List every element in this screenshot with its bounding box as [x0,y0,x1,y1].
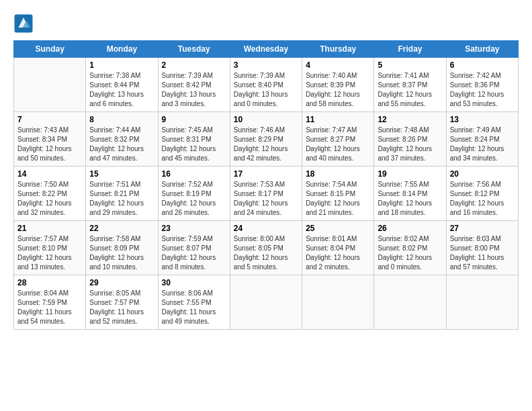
day-info: Sunrise: 7:52 AM Sunset: 8:19 PM Dayligh… [162,180,226,218]
day-info: Sunrise: 7:47 AM Sunset: 8:27 PM Dayligh… [306,126,370,163]
calendar-cell [446,275,518,330]
calendar-cell: 16Sunrise: 7:52 AM Sunset: 8:19 PM Dayli… [158,167,230,221]
day-number: 13 [450,115,515,124]
calendar-week-row: 14Sunrise: 7:50 AM Sunset: 8:22 PM Dayli… [14,167,519,221]
calendar-cell: 26Sunrise: 8:02 AM Sunset: 8:02 PM Dayli… [374,221,446,275]
calendar-cell: 20Sunrise: 7:56 AM Sunset: 8:12 PM Dayli… [446,167,518,221]
day-number: 16 [162,169,226,179]
day-number: 2 [162,60,226,70]
day-info: Sunrise: 7:56 AM Sunset: 8:12 PM Dayligh… [450,180,515,218]
day-info: Sunrise: 7:59 AM Sunset: 8:07 PM Dayligh… [162,234,226,272]
calendar-cell: 21Sunrise: 7:57 AM Sunset: 8:10 PM Dayli… [14,221,86,275]
day-info: Sunrise: 7:58 AM Sunset: 8:09 PM Dayligh… [89,234,154,272]
calendar-cell: 11Sunrise: 7:47 AM Sunset: 8:27 PM Dayli… [302,112,374,167]
day-number: 11 [306,115,370,124]
day-number: 10 [234,115,298,124]
day-info: Sunrise: 7:45 AM Sunset: 8:31 PM Dayligh… [162,126,226,163]
day-number: 28 [17,278,82,287]
day-info: Sunrise: 7:39 AM Sunset: 8:40 PM Dayligh… [234,71,298,109]
day-number: 18 [306,169,370,179]
calendar-cell [302,275,374,330]
col-header-tuesday: Tuesday [158,41,230,58]
day-info: Sunrise: 7:55 AM Sunset: 8:14 PM Dayligh… [378,180,442,218]
day-number: 26 [378,224,442,233]
calendar-cell: 12Sunrise: 7:48 AM Sunset: 8:26 PM Dayli… [374,112,446,167]
calendar-week-row: 7Sunrise: 7:43 AM Sunset: 8:34 PM Daylig… [14,112,519,167]
calendar-cell: 29Sunrise: 8:05 AM Sunset: 7:57 PM Dayli… [86,275,158,330]
day-number: 6 [450,60,515,70]
col-header-saturday: Saturday [446,41,518,58]
day-number: 17 [234,169,298,179]
day-info: Sunrise: 7:40 AM Sunset: 8:39 PM Dayligh… [306,71,370,109]
calendar-cell [14,58,86,112]
calendar-cell [230,275,302,330]
col-header-friday: Friday [374,41,446,58]
day-info: Sunrise: 7:43 AM Sunset: 8:34 PM Dayligh… [17,126,82,163]
calendar-cell: 2Sunrise: 7:39 AM Sunset: 8:42 PM Daylig… [158,58,230,112]
calendar-cell: 6Sunrise: 7:42 AM Sunset: 8:36 PM Daylig… [446,58,518,112]
day-info: Sunrise: 8:01 AM Sunset: 8:04 PM Dayligh… [306,234,370,272]
calendar-week-row: 28Sunrise: 8:04 AM Sunset: 7:59 PM Dayli… [14,275,519,330]
day-info: Sunrise: 7:44 AM Sunset: 8:32 PM Dayligh… [89,126,154,163]
logo [13,13,36,34]
calendar-table: SundayMondayTuesdayWednesdayThursdayFrid… [13,40,519,330]
day-info: Sunrise: 8:02 AM Sunset: 8:02 PM Dayligh… [378,234,442,272]
calendar-cell: 17Sunrise: 7:53 AM Sunset: 8:17 PM Dayli… [230,167,302,221]
day-number: 15 [89,169,154,179]
day-number: 24 [234,224,298,233]
calendar-cell: 30Sunrise: 8:06 AM Sunset: 7:55 PM Dayli… [158,275,230,330]
calendar-cell: 14Sunrise: 7:50 AM Sunset: 8:22 PM Dayli… [14,167,86,221]
day-number: 3 [234,60,298,70]
day-info: Sunrise: 7:53 AM Sunset: 8:17 PM Dayligh… [234,180,298,218]
calendar-cell: 24Sunrise: 8:00 AM Sunset: 8:05 PM Dayli… [230,221,302,275]
calendar-cell: 9Sunrise: 7:45 AM Sunset: 8:31 PM Daylig… [158,112,230,167]
col-header-monday: Monday [86,41,158,58]
col-header-wednesday: Wednesday [230,41,302,58]
calendar-cell [374,275,446,330]
day-number: 22 [89,224,154,233]
day-info: Sunrise: 7:42 AM Sunset: 8:36 PM Dayligh… [450,71,515,109]
calendar-header-row: SundayMondayTuesdayWednesdayThursdayFrid… [14,41,519,58]
calendar-cell: 4Sunrise: 7:40 AM Sunset: 8:39 PM Daylig… [302,58,374,112]
day-info: Sunrise: 7:38 AM Sunset: 8:44 PM Dayligh… [89,71,154,109]
day-number: 30 [162,278,226,287]
day-number: 8 [89,115,154,124]
day-info: Sunrise: 8:06 AM Sunset: 7:55 PM Dayligh… [162,289,226,326]
calendar-cell: 25Sunrise: 8:01 AM Sunset: 8:04 PM Dayli… [302,221,374,275]
calendar-cell: 15Sunrise: 7:51 AM Sunset: 8:21 PM Dayli… [86,167,158,221]
calendar-cell: 18Sunrise: 7:54 AM Sunset: 8:15 PM Dayli… [302,167,374,221]
calendar-cell: 23Sunrise: 7:59 AM Sunset: 8:07 PM Dayli… [158,221,230,275]
calendar-cell: 27Sunrise: 8:03 AM Sunset: 8:00 PM Dayli… [446,221,518,275]
calendar-cell: 7Sunrise: 7:43 AM Sunset: 8:34 PM Daylig… [14,112,86,167]
day-info: Sunrise: 7:49 AM Sunset: 8:24 PM Dayligh… [450,126,515,163]
calendar-week-row: 21Sunrise: 7:57 AM Sunset: 8:10 PM Dayli… [14,221,519,275]
calendar-cell: 10Sunrise: 7:46 AM Sunset: 8:29 PM Dayli… [230,112,302,167]
day-number: 27 [450,224,515,233]
day-number: 25 [306,224,370,233]
col-header-sunday: Sunday [14,41,86,58]
day-info: Sunrise: 7:54 AM Sunset: 8:15 PM Dayligh… [306,180,370,218]
day-info: Sunrise: 8:03 AM Sunset: 8:00 PM Dayligh… [450,234,515,272]
day-info: Sunrise: 7:51 AM Sunset: 8:21 PM Dayligh… [89,180,154,218]
day-info: Sunrise: 7:50 AM Sunset: 8:22 PM Dayligh… [17,180,82,218]
day-number: 12 [378,115,442,124]
calendar-cell: 22Sunrise: 7:58 AM Sunset: 8:09 PM Dayli… [86,221,158,275]
day-number: 7 [17,115,82,124]
day-info: Sunrise: 7:46 AM Sunset: 8:29 PM Dayligh… [234,126,298,163]
calendar-cell: 5Sunrise: 7:41 AM Sunset: 8:37 PM Daylig… [374,58,446,112]
calendar-cell: 8Sunrise: 7:44 AM Sunset: 8:32 PM Daylig… [86,112,158,167]
day-info: Sunrise: 7:39 AM Sunset: 8:42 PM Dayligh… [162,71,226,109]
calendar-cell: 19Sunrise: 7:55 AM Sunset: 8:14 PM Dayli… [374,167,446,221]
calendar-cell: 3Sunrise: 7:39 AM Sunset: 8:40 PM Daylig… [230,58,302,112]
day-info: Sunrise: 8:00 AM Sunset: 8:05 PM Dayligh… [234,234,298,272]
calendar-cell: 13Sunrise: 7:49 AM Sunset: 8:24 PM Dayli… [446,112,518,167]
col-header-thursday: Thursday [302,41,374,58]
day-number: 4 [306,60,370,70]
calendar-cell: 28Sunrise: 8:04 AM Sunset: 7:59 PM Dayli… [14,275,86,330]
day-number: 14 [17,169,82,179]
day-info: Sunrise: 7:48 AM Sunset: 8:26 PM Dayligh… [378,126,442,163]
calendar-week-row: 1Sunrise: 7:38 AM Sunset: 8:44 PM Daylig… [14,58,519,112]
day-number: 20 [450,169,515,179]
day-info: Sunrise: 8:05 AM Sunset: 7:57 PM Dayligh… [89,289,154,326]
day-number: 1 [89,60,154,70]
